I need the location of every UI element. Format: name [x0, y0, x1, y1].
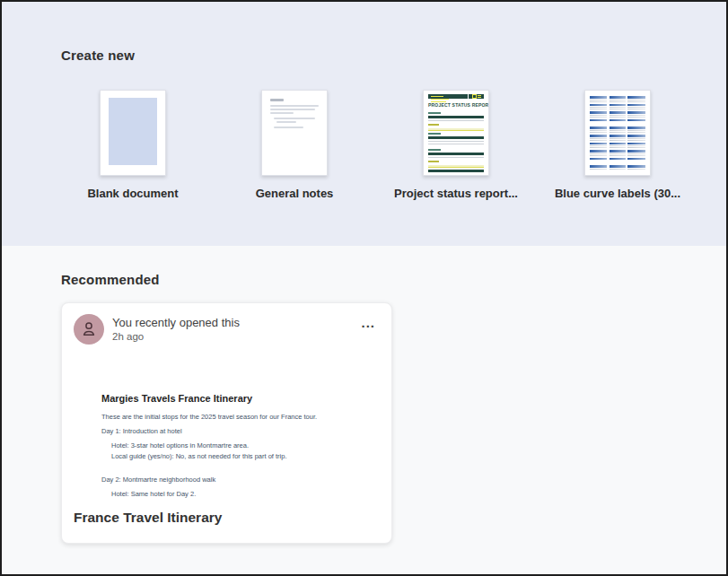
recommended-card[interactable]: You recently opened this 2h ago ... Marg… [61, 302, 392, 544]
activity-text: You recently opened this [112, 316, 240, 329]
start-page-window: Create new Blank document Gener [0, 0, 728, 576]
create-new-heading: Create new [61, 48, 726, 63]
file-name: France Travel Itinerary [74, 510, 222, 526]
recommended-section: Recommended You recently opened this 2h … [2, 246, 726, 544]
avatar [74, 314, 104, 345]
card-header: You recently opened this 2h ago [74, 314, 240, 345]
blank-document-thumbnail [100, 90, 166, 176]
report-table-art [428, 110, 484, 172]
person-icon [80, 320, 98, 338]
preview-line: Hotel: Same hotel for Day 2. [111, 490, 377, 498]
template-project-status-report[interactable]: PROJECT STATUS REPORT [384, 90, 528, 200]
template-label: Blue curve labels (30... [555, 187, 680, 200]
blue-curve-labels-thumbnail [584, 90, 651, 176]
preview-doc-title: Margies Travels France Itinerary [101, 393, 377, 404]
template-blank-document[interactable]: Blank document [61, 90, 205, 200]
card-meta: You recently opened this 2h ago [112, 314, 240, 345]
report-heading-text: PROJECT STATUS REPORT [428, 102, 484, 108]
preview-line: Day 2: Montmartre neighborhood walk [101, 476, 377, 484]
create-new-section: Create new Blank document Gener [2, 2, 726, 246]
recommended-heading: Recommended [61, 272, 726, 287]
project-status-report-thumbnail: PROJECT STATUS REPORT [423, 90, 489, 176]
notes-title-line [270, 99, 284, 101]
template-general-notes[interactable]: General notes [223, 90, 366, 200]
template-label: Project status report... [394, 187, 518, 200]
timestamp: 2h ago [112, 331, 240, 342]
template-blue-curve-labels[interactable]: Blue curve labels (30... [546, 90, 689, 200]
preview-line: Day 1: Introduction at hotel [101, 427, 377, 435]
document-preview: Margies Travels France Itinerary These a… [101, 393, 377, 498]
more-options-button[interactable]: ... [357, 310, 379, 335]
preview-line: These are the initial stops for the 2025… [101, 413, 377, 421]
template-label: General notes [256, 187, 334, 200]
template-row: Blank document General notes [61, 90, 689, 200]
labels-grid-art [590, 96, 645, 170]
preview-line: Local guide (yes/no): No, as not needed … [111, 452, 377, 460]
blank-page-art [109, 98, 157, 165]
template-label: Blank document [87, 187, 178, 200]
preview-line: Hotel: 3-star hotel options in Montmartr… [111, 441, 377, 449]
report-header-art [428, 94, 484, 99]
general-notes-thumbnail [261, 90, 328, 176]
